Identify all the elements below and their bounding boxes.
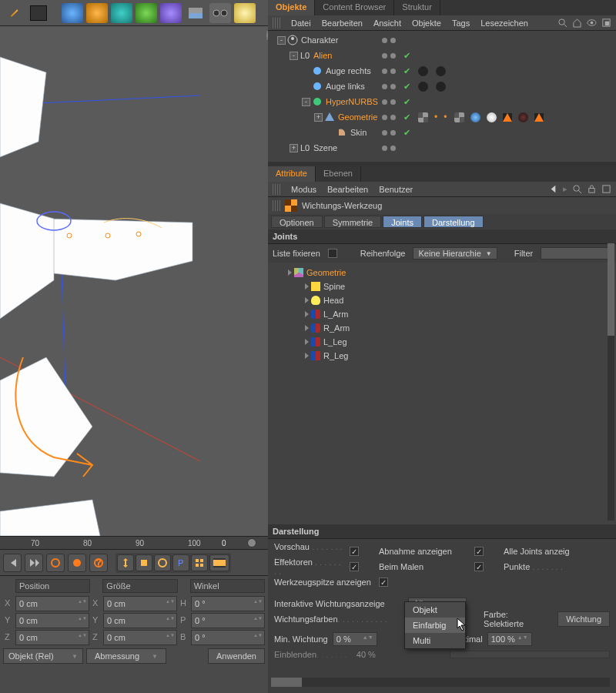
material-tag-icon[interactable]	[418, 82, 428, 92]
angle-field[interactable]: 0 °▲▼	[191, 630, 265, 645]
popup-item-objekt[interactable]: Objekt	[405, 602, 465, 618]
object-label[interactable]: Geometrie	[338, 112, 377, 122]
position-field[interactable]: 0 cm▲▼	[15, 630, 89, 645]
expand-toggle[interactable]: -	[302, 98, 310, 106]
expand-icon[interactable]	[305, 353, 309, 359]
tree-row[interactable]: Auge links ✔	[268, 79, 616, 94]
material-tag-icon[interactable]	[436, 82, 446, 92]
coord-mode-dropdown[interactable]: Objekt (Rel)▼	[3, 648, 83, 664]
texture-tag-icon[interactable]	[454, 112, 464, 122]
filter-input[interactable]	[541, 247, 611, 259]
home-icon[interactable]	[572, 18, 582, 28]
size-field[interactable]: 0 cm▲▼	[103, 630, 177, 645]
object-label[interactable]: Skin	[350, 128, 367, 137]
tree-row[interactable]: Auge rechts ✔	[268, 63, 616, 79]
expand-toggle[interactable]: -	[290, 52, 298, 60]
render-dot-icon[interactable]	[390, 84, 396, 89]
min-weight-field[interactable]: 0 %▲▼	[333, 632, 377, 646]
scale-key-icon[interactable]	[136, 554, 152, 571]
weighting-button[interactable]: Wichtung	[557, 611, 610, 627]
joint-label[interactable]: R_Leg	[323, 351, 348, 360]
subtab-joints[interactable]: Joints	[383, 216, 422, 228]
tab-content-browser[interactable]: Content Browser	[315, 0, 394, 15]
fade-slider[interactable]	[450, 651, 610, 658]
popup-item-multi[interactable]: Multi	[405, 633, 465, 648]
popout-icon[interactable]	[601, 184, 611, 194]
max-weight-field[interactable]: 100 %▲▼	[487, 632, 532, 646]
panel-grip-icon[interactable]	[273, 184, 280, 195]
light-icon[interactable]	[234, 3, 256, 23]
expand-toggle[interactable]: -	[277, 36, 286, 45]
joint-root[interactable]: Geometrie	[306, 268, 346, 277]
subtab-symmetrie[interactable]: Symmetrie	[324, 216, 382, 228]
fix-list-checkbox[interactable]	[328, 249, 337, 258]
pen-tool-icon[interactable]	[3, 3, 25, 23]
popout-icon[interactable]	[601, 18, 611, 28]
joint-label[interactable]: Spine	[323, 282, 345, 291]
tree-row[interactable]: Skin ✔	[268, 125, 616, 140]
key-selection-button[interactable]: ?	[89, 554, 108, 572]
size-field[interactable]: 0 cm▲▼	[103, 613, 177, 628]
horizontal-scrollbar[interactable]	[271, 678, 610, 687]
render-dot-icon[interactable]	[390, 69, 396, 74]
spline-pen-icon[interactable]	[86, 3, 108, 23]
effectors-checkbox[interactable]	[350, 562, 359, 571]
material-tag-icon[interactable]	[436, 66, 446, 76]
grid-key-icon[interactable]	[191, 554, 208, 571]
falloff-checkbox[interactable]	[474, 547, 484, 556]
expand-icon[interactable]	[305, 339, 309, 345]
enable-dot-icon[interactable]	[382, 99, 387, 105]
deformer-icon[interactable]	[160, 3, 182, 23]
menu-benutzer[interactable]: Benutzer	[379, 185, 413, 194]
joint-label[interactable]: L_Leg	[323, 337, 347, 346]
joint-label[interactable]: Head	[323, 296, 343, 305]
lock-icon[interactable]	[587, 184, 597, 194]
menu-bearbeiten2[interactable]: Bearbeiten	[327, 185, 368, 194]
expand-icon[interactable]	[305, 283, 309, 290]
joint-row[interactable]: R_Leg	[273, 349, 611, 363]
enable-dot-icon[interactable]	[382, 146, 387, 151]
menu-lesezeichen[interactable]: Lesezeichen	[480, 18, 528, 28]
param-key-icon[interactable]: P	[172, 554, 189, 571]
position-field[interactable]: 0 cm▲▼	[15, 613, 89, 628]
object-label[interactable]: HyperNURBS	[326, 97, 378, 106]
render-icon[interactable]	[209, 554, 229, 571]
tree-row[interactable]: - Charakter	[268, 32, 616, 48]
enable-dot-icon[interactable]	[382, 130, 387, 136]
joints-tree[interactable]: Geometrie Spine Head L_Arm R_Arm L_Leg R…	[268, 263, 616, 524]
apply-button[interactable]: Anwenden	[208, 648, 265, 664]
object-label[interactable]: Szene	[313, 143, 337, 152]
tab-objekte[interactable]: Objekte	[268, 0, 315, 15]
panel-grip-icon[interactable]	[273, 200, 280, 211]
goto-start-button[interactable]	[3, 554, 22, 572]
joint-label[interactable]: R_Arm	[323, 323, 350, 333]
joint-row[interactable]: Head	[273, 293, 611, 307]
cube-primitive-icon[interactable]	[62, 3, 83, 23]
phong-tag-icon[interactable]	[503, 113, 512, 122]
nurbs-icon[interactable]	[111, 3, 132, 23]
autokey-button[interactable]	[68, 554, 86, 572]
render-dot-icon[interactable]	[390, 99, 396, 105]
paint-checkbox[interactable]	[474, 562, 484, 571]
camera-icon[interactable]	[209, 3, 231, 23]
enable-dot-icon[interactable]	[382, 53, 387, 59]
eye-icon[interactable]	[587, 18, 597, 28]
check-icon[interactable]: ✔	[403, 97, 410, 107]
size-field[interactable]: 0 cm▲▼	[103, 596, 177, 611]
tag-icon[interactable]: •	[434, 112, 437, 122]
3d-viewport[interactable]	[0, 26, 268, 536]
preview-checkbox[interactable]	[350, 547, 359, 556]
tab-struktur[interactable]: Struktur	[394, 0, 440, 15]
tree-row[interactable]: + L0 Szene	[268, 140, 616, 156]
check-icon[interactable]: ✔	[403, 51, 410, 61]
tab-ebenen[interactable]: Ebenen	[316, 166, 361, 182]
coord-dim-dropdown[interactable]: Abmessung▼	[86, 648, 166, 664]
vertical-scrollbar[interactable]	[608, 243, 614, 521]
search-icon[interactable]	[572, 184, 582, 194]
expand-toggle[interactable]: +	[314, 113, 323, 122]
object-hierarchy-tree[interactable]: - Charakter - L0 Alien ✔ Auge rechts ✔ A…	[268, 31, 616, 162]
environment-icon[interactable]	[185, 3, 206, 23]
joint-row[interactable]: R_Arm	[273, 321, 611, 335]
menu-objekte[interactable]: Objekte	[412, 18, 441, 28]
generator-icon[interactable]	[136, 3, 157, 23]
